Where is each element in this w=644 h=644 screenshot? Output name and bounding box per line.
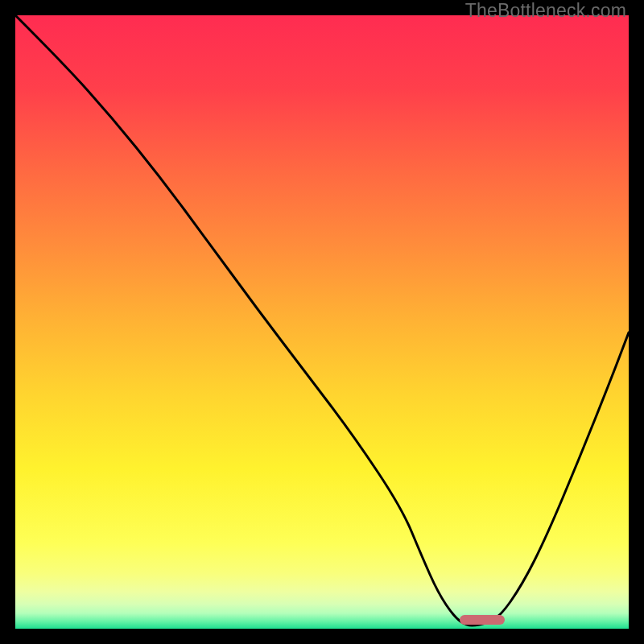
- plot-area: [15, 15, 629, 629]
- watermark-label: TheBottleneck.com: [465, 0, 626, 22]
- gradient-background: [15, 15, 629, 629]
- optimal-marker: [460, 615, 505, 625]
- chart-frame: TheBottleneck.com: [0, 0, 644, 644]
- chart-svg: [15, 15, 629, 629]
